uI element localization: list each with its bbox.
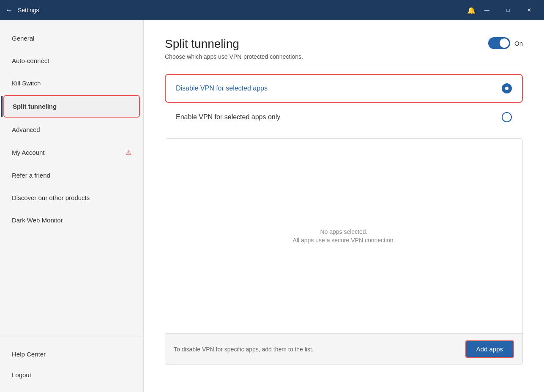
page-subtitle: Choose which apps use VPN-protected conn… — [165, 53, 303, 60]
sidebar-label-advanced: Advanced — [12, 126, 40, 133]
sidebar-item-advanced[interactable]: Advanced — [0, 118, 143, 141]
back-button[interactable]: ← — [5, 6, 13, 15]
sidebar-label-refer-a-friend: Refer a friend — [12, 172, 50, 179]
header-divider — [165, 67, 523, 67]
apps-area: No apps selected. All apps use a secure … — [165, 138, 523, 365]
sidebar: General Auto-connect Kill Switch Split t… — [0, 20, 144, 392]
warning-icon: ⚠ — [126, 148, 131, 156]
window-controls: — □ ✕ — [477, 3, 539, 17]
enable-vpn-only-label: Enable VPN for selected apps only — [176, 113, 280, 121]
sidebar-footer: Help Center Logout — [0, 337, 143, 392]
sidebar-label-discover-products: Discover our other products — [12, 194, 90, 201]
page-header: Split tunneling Choose which apps use VP… — [165, 37, 523, 60]
split-tunneling-toggle[interactable] — [488, 37, 510, 49]
content-area: Split tunneling Choose which apps use VP… — [144, 20, 544, 392]
sidebar-label-logout: Logout — [12, 371, 31, 378]
maximize-button[interactable]: □ — [498, 3, 518, 17]
sidebar-label-kill-switch: Kill Switch — [12, 79, 41, 87]
title-bar: ← Settings 🔔 — □ ✕ — [0, 0, 544, 20]
sidebar-item-help-center[interactable]: Help Center — [0, 344, 143, 365]
add-apps-button[interactable]: Add apps — [465, 340, 514, 358]
sidebar-label-help-center: Help Center — [12, 351, 46, 358]
toggle-label: On — [514, 40, 523, 47]
empty-state-line1: No apps selected. — [293, 228, 395, 235]
enable-vpn-only-radio[interactable] — [502, 112, 512, 122]
sidebar-label-general: General — [12, 35, 34, 42]
sidebar-item-refer-a-friend[interactable]: Refer a friend — [0, 164, 143, 186]
empty-state: No apps selected. All apps use a secure … — [293, 228, 395, 244]
apps-footer-text: To disable VPN for specific apps, add th… — [174, 346, 314, 353]
sidebar-item-general[interactable]: General — [0, 27, 143, 49]
sidebar-item-logout[interactable]: Logout — [0, 365, 143, 385]
disable-vpn-label: Disable VPN for selected apps — [176, 85, 268, 92]
sidebar-item-split-tunneling[interactable]: Split tunneling — [3, 95, 140, 118]
minimize-button[interactable]: — — [477, 3, 497, 17]
window-title: Settings — [18, 7, 467, 14]
sidebar-label-my-account: My Account — [12, 149, 45, 156]
sidebar-item-dark-web-monitor[interactable]: Dark Web Monitor — [0, 209, 143, 231]
toggle-container: On — [488, 37, 523, 49]
disable-vpn-radio[interactable] — [502, 83, 512, 93]
sidebar-item-discover-products[interactable]: Discover our other products — [0, 186, 143, 209]
page-title: Split tunneling — [165, 37, 303, 51]
sidebar-nav: General Auto-connect Kill Switch Split t… — [0, 20, 143, 337]
apps-footer: To disable VPN for specific apps, add th… — [165, 333, 522, 365]
sidebar-label-split-tunneling: Split tunneling — [13, 103, 57, 110]
close-button[interactable]: ✕ — [519, 3, 539, 17]
bell-icon[interactable]: 🔔 — [467, 6, 476, 14]
main-layout: General Auto-connect Kill Switch Split t… — [0, 20, 544, 392]
disable-vpn-option[interactable]: Disable VPN for selected apps — [165, 74, 523, 103]
empty-state-line2: All apps use a secure VPN connection. — [293, 237, 395, 244]
toggle-knob — [500, 38, 509, 48]
enable-vpn-only-option[interactable]: Enable VPN for selected apps only — [165, 103, 523, 132]
sidebar-label-dark-web-monitor: Dark Web Monitor — [12, 217, 63, 224]
sidebar-item-kill-switch[interactable]: Kill Switch — [0, 72, 143, 94]
sidebar-label-auto-connect: Auto-connect — [12, 57, 49, 64]
page-title-area: Split tunneling Choose which apps use VP… — [165, 37, 303, 60]
sidebar-item-auto-connect[interactable]: Auto-connect — [0, 49, 143, 72]
sidebar-item-my-account[interactable]: My Account ⚠ — [0, 141, 143, 164]
apps-list: No apps selected. All apps use a secure … — [165, 139, 522, 333]
